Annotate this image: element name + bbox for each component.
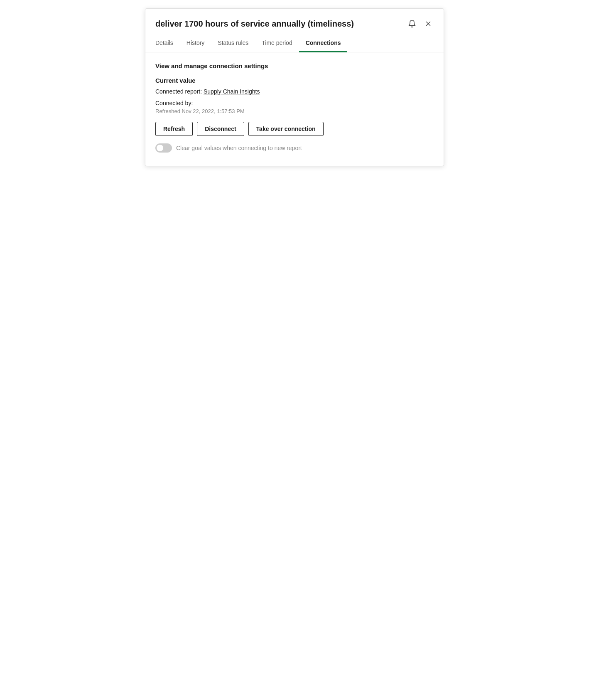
take-over-connection-button[interactable]: Take over connection: [248, 122, 324, 136]
tabs-bar: Details History Status rules Time period…: [145, 36, 444, 52]
main-panel: deliver 1700 hours of service annually (…: [145, 8, 444, 166]
tab-history[interactable]: History: [180, 36, 211, 52]
refresh-button[interactable]: Refresh: [155, 122, 193, 136]
tab-time-period[interactable]: Time period: [255, 36, 299, 52]
action-buttons-row: Refresh Disconnect Take over connection: [155, 122, 434, 136]
bell-icon: [408, 20, 416, 28]
connected-by-row: Connected by:: [155, 100, 434, 106]
refreshed-text: Refreshed Nov 22, 2022, 1:57:53 PM: [155, 108, 434, 114]
connected-report-row: Connected report: Supply Chain Insights: [155, 88, 434, 95]
current-value-label: Current value: [155, 77, 434, 84]
connected-report-prefix: Connected report:: [155, 88, 204, 95]
bell-button[interactable]: [406, 18, 418, 30]
section-title: View and manage connection settings: [155, 62, 434, 69]
close-button[interactable]: [423, 18, 434, 29]
panel-title: deliver 1700 hours of service annually (…: [155, 19, 406, 29]
panel-body: View and manage connection settings Curr…: [145, 52, 444, 166]
toggle-label: Clear goal values when connecting to new…: [176, 145, 302, 151]
toggle-slider: [155, 143, 172, 153]
clear-goal-toggle[interactable]: [155, 143, 172, 153]
panel-header: deliver 1700 hours of service annually (…: [145, 9, 444, 36]
close-icon: [425, 20, 432, 27]
tab-connections[interactable]: Connections: [299, 36, 348, 52]
disconnect-button[interactable]: Disconnect: [197, 122, 244, 136]
header-icons: [406, 18, 434, 30]
toggle-row: Clear goal values when connecting to new…: [155, 143, 434, 153]
tab-status-rules[interactable]: Status rules: [211, 36, 255, 52]
connected-report-link[interactable]: Supply Chain Insights: [204, 88, 260, 95]
tab-details[interactable]: Details: [155, 36, 180, 52]
